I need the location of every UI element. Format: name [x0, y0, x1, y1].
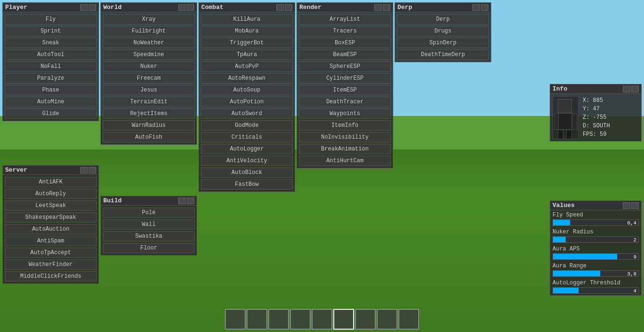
mod-button-autologger[interactable]: AutoLogger: [201, 144, 293, 154]
mod-button-nofall[interactable]: NoFall: [5, 61, 97, 72]
mod-button-killaura[interactable]: KillAura: [201, 14, 293, 25]
mod-button-automine[interactable]: AutoMine: [5, 97, 97, 107]
mod-button-jesus[interactable]: Jesus: [103, 85, 195, 95]
mod-button-autopotion[interactable]: AutoPotion: [201, 97, 293, 107]
mod-button-antivelocity[interactable]: AntiVelocity: [201, 156, 293, 166]
mod-button-antispam[interactable]: AntiSpam: [5, 236, 97, 246]
render-panel-btn1[interactable]: [374, 4, 382, 11]
mod-button-autorespawn[interactable]: AutoRespawn: [201, 73, 293, 83]
values-panel-btn1[interactable]: [623, 202, 630, 209]
hotbar-slot-4[interactable]: [312, 309, 332, 330]
slider-track-2[interactable]: 9: [553, 253, 639, 260]
mod-button-xray[interactable]: Xray: [103, 14, 195, 25]
combat-panel-btn1[interactable]: [276, 4, 284, 11]
player-panel-btn1[interactable]: [80, 4, 88, 11]
mod-button-rejectitems[interactable]: RejectItems: [103, 108, 195, 119]
hotbar-slot-1[interactable]: [247, 309, 267, 330]
world-panel-btn1[interactable]: [178, 4, 186, 11]
mod-button-noweather[interactable]: NoWeather: [103, 38, 195, 48]
mod-button-middleclickfriends[interactable]: MiddleClickFriends: [5, 271, 97, 282]
mod-button-criticals[interactable]: Criticals: [201, 132, 293, 142]
mod-button-itemesp[interactable]: ItemESP: [299, 85, 391, 95]
world-panel-btn2[interactable]: [187, 4, 194, 11]
mod-button-fullbright[interactable]: Fullbright: [103, 26, 195, 36]
mod-button-antiafk[interactable]: AntiAFK: [5, 177, 97, 187]
mod-button-terrainedit[interactable]: TerrainEdit: [103, 97, 195, 107]
mod-button-pole[interactable]: Pole: [103, 208, 195, 218]
render-panel-btn2[interactable]: [383, 4, 390, 11]
avatar-body: [558, 113, 572, 130]
mod-button-autoauction[interactable]: AutoAuction: [5, 224, 97, 234]
mod-button-autotool[interactable]: AutoTool: [5, 50, 97, 60]
render-panel-header: Render: [297, 3, 393, 12]
mod-button-spinderp[interactable]: SpinDerp: [397, 38, 489, 48]
hotbar-slot-7[interactable]: [377, 309, 397, 330]
mod-button-leetspeak[interactable]: LeetSpeak: [5, 200, 97, 211]
mod-button-phase[interactable]: Phase: [5, 85, 97, 95]
mod-button-sneak[interactable]: Sneak: [5, 38, 97, 48]
slider-track-4[interactable]: 4: [553, 287, 639, 294]
info-panel-btn1[interactable]: [623, 86, 630, 92]
player-panel-btn2[interactable]: [89, 4, 96, 11]
mod-button-fly[interactable]: Fly: [5, 14, 97, 25]
mod-button-autoreply[interactable]: AutoReply: [5, 189, 97, 199]
derp-panel-btn1[interactable]: [472, 4, 480, 11]
mod-button-weatherfinder[interactable]: WeatherFinder: [5, 259, 97, 270]
mod-button-tpaura[interactable]: TpAura: [201, 50, 293, 60]
mod-button-mobaura[interactable]: MobAura: [201, 26, 293, 36]
hotbar-slot-2[interactable]: [268, 309, 289, 330]
mod-button-deathtracer[interactable]: DeathTracer: [299, 97, 391, 107]
mod-button-sprint[interactable]: Sprint: [5, 26, 97, 36]
mod-button-nuker[interactable]: Nuker: [103, 61, 195, 72]
mod-button-floor[interactable]: Floor: [103, 243, 195, 253]
slider-track-3[interactable]: 3,8: [553, 270, 639, 277]
mod-button-speedmine[interactable]: Speedmine: [103, 50, 195, 60]
hotbar-slot-3[interactable]: [290, 309, 311, 330]
mod-button-triggerbot[interactable]: TriggerBot: [201, 38, 293, 48]
hotbar-slot-6[interactable]: [355, 309, 376, 330]
mod-button-autofish[interactable]: AutoFish: [103, 132, 195, 142]
mod-button-boxesp[interactable]: BoxESP: [299, 38, 391, 48]
server-panel-btn1[interactable]: [80, 167, 88, 174]
mod-button-arraylist[interactable]: ArrayList: [299, 14, 391, 25]
mod-button-fastbow[interactable]: FastBow: [201, 179, 293, 190]
info-panel-btn2[interactable]: [631, 86, 639, 92]
mod-button-paralyze[interactable]: Paralyze: [5, 73, 97, 83]
mod-button-beamesp[interactable]: BeamESP: [299, 50, 391, 60]
mod-button-shakespearspeak[interactable]: ShakespearSpeak: [5, 212, 97, 223]
mod-button-deathtimederp[interactable]: DeathTimeDerp: [397, 50, 489, 60]
mod-button-derp[interactable]: Derp: [397, 14, 489, 25]
hotbar-slot-0[interactable]: [225, 309, 246, 330]
mod-button-autopvp[interactable]: AutoPvP: [201, 61, 293, 72]
mod-button-iteminfo[interactable]: ItemInfo: [299, 120, 391, 131]
mod-button-noinvisibility[interactable]: NoInvisibility: [299, 132, 391, 142]
avatar-head: [558, 99, 572, 113]
mod-button-godmode[interactable]: GodMode: [201, 120, 293, 131]
mod-button-swastika[interactable]: Swastika: [103, 231, 195, 241]
build-panel-btn1[interactable]: [178, 198, 186, 204]
server-panel-btn2[interactable]: [89, 167, 96, 174]
slider-track-1[interactable]: 2: [553, 236, 639, 243]
mod-button-autosoup[interactable]: AutoSoup: [201, 85, 293, 95]
mod-button-glide[interactable]: Glide: [5, 108, 97, 119]
mod-button-antihurtcam[interactable]: AntiHurtCam: [299, 156, 391, 166]
derp-panel-btn2[interactable]: [481, 4, 488, 11]
mod-button-waypoints[interactable]: Waypoints: [299, 108, 391, 119]
mod-button-drugs[interactable]: Drugs: [397, 26, 489, 36]
hotbar-slot-8[interactable]: [398, 309, 419, 330]
mod-button-autosword[interactable]: AutoSword: [201, 108, 293, 119]
mod-button-freecam[interactable]: Freecam: [103, 73, 195, 83]
build-panel-btn2[interactable]: [187, 198, 194, 204]
mod-button-autoblock[interactable]: AutoBlock: [201, 167, 293, 178]
combat-panel-btn2[interactable]: [285, 4, 292, 11]
hotbar-slot-5[interactable]: [333, 309, 354, 330]
mod-button-sphereesp[interactable]: SphereESP: [299, 61, 391, 72]
mod-button-autotpaccept[interactable]: AutoTpAccept: [5, 248, 97, 258]
mod-button-tracers[interactable]: Tracers: [299, 26, 391, 36]
slider-track-0[interactable]: 0,4: [553, 219, 639, 226]
mod-button-wall[interactable]: Wall: [103, 219, 195, 230]
mod-button-cylinderesp[interactable]: CylinderESP: [299, 73, 391, 83]
mod-button-warnradius[interactable]: WarnRadius: [103, 120, 195, 131]
mod-button-breakanimation[interactable]: BreakAnimation: [299, 144, 391, 154]
values-panel-btn2[interactable]: [631, 202, 639, 209]
